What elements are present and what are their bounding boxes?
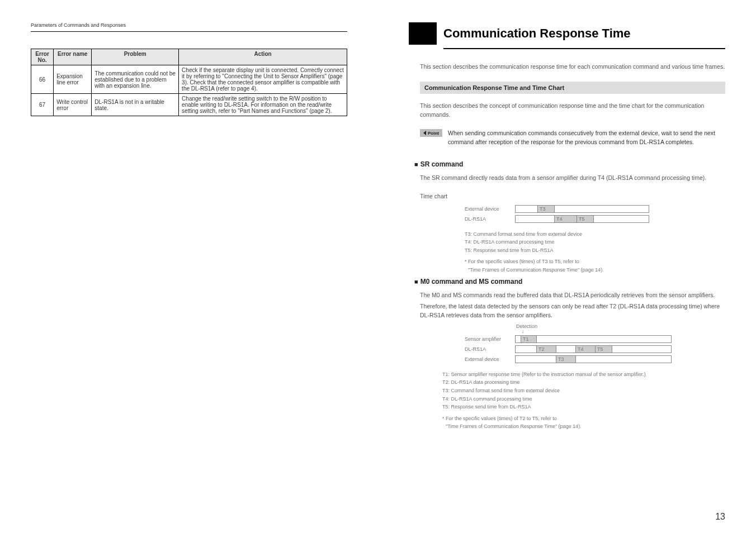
t4-seg: T4 bbox=[576, 346, 596, 353]
left-header: Parameters of Commands and Responses bbox=[31, 22, 347, 28]
detection-label: Detection bbox=[516, 323, 725, 329]
m0-text1: The M0 and MS commands read the buffered… bbox=[420, 291, 725, 300]
cell-error-name: Expansion line error bbox=[54, 65, 92, 94]
m0-row3-label: External device bbox=[465, 356, 515, 362]
m0-note: T2: DL-RS1A data processing time bbox=[442, 379, 725, 386]
table-row: 67 Write control error DL-RS1A is not in… bbox=[31, 94, 347, 116]
page-number: 13 bbox=[715, 512, 725, 522]
section1-text: This section describes the concept of co… bbox=[420, 102, 725, 120]
table-row: 66 Expansion line error The communicatio… bbox=[31, 65, 347, 94]
point-text: When sending communication commands cons… bbox=[448, 129, 725, 147]
th-action: Action bbox=[179, 49, 347, 65]
heading-rule bbox=[443, 48, 725, 49]
m0-row2-label: DL-RS1A bbox=[465, 346, 515, 352]
t2-seg: T2 bbox=[537, 346, 556, 353]
m0-text2: Therefore, the latest data detected by t… bbox=[420, 302, 725, 320]
t3-seg: T3 bbox=[538, 206, 555, 212]
sr-footnote-line: "Time Frames of Communication Response T… bbox=[465, 266, 725, 274]
sr-notes: T3: Command format send time from extern… bbox=[465, 231, 725, 254]
m0-footnote-line: * For the specific values (times) of T2 … bbox=[442, 415, 725, 422]
cell-problem: The communication could not be establish… bbox=[92, 65, 179, 94]
m0-footnote-line: "Time Frames of Communication Response T… bbox=[442, 423, 725, 430]
sr-row1-label: External device bbox=[465, 206, 515, 212]
sr-time-chart: External device T3 DL-RS1A T4 T5 bbox=[465, 205, 725, 223]
down-arrow-icon: ↓ bbox=[522, 329, 725, 334]
cell-action: Check if the separate display unit is co… bbox=[179, 65, 347, 94]
cell-error-no: 67 bbox=[31, 94, 54, 116]
left-header-rule bbox=[31, 31, 347, 32]
sr-note: T4: DL-RS1A command processing time bbox=[465, 239, 725, 246]
m0-time-chart: Sensor amplifier T1 DL-RS1A T2 T4 T5 Ext… bbox=[465, 335, 725, 363]
cell-error-name: Write control error bbox=[54, 94, 92, 116]
sr-footnote: * For the specific values (times) of T3 … bbox=[465, 258, 725, 273]
sr-text: The SR command directly reads data from … bbox=[420, 174, 725, 183]
sr-footnote-line: * For the specific values (times) of T3 … bbox=[465, 258, 725, 265]
m0-row1-label: Sensor amplifier bbox=[465, 336, 515, 342]
sr-chart-label: Time chart bbox=[420, 193, 725, 199]
sr-note: T5: Response send time from DL-RS1A bbox=[465, 247, 725, 254]
t1-seg: T1 bbox=[521, 336, 537, 342]
th-problem: Problem bbox=[92, 49, 179, 65]
intro-text: This section describes the communication… bbox=[420, 63, 725, 72]
section-bar: Communication Response Time and Time Cha… bbox=[420, 82, 725, 94]
t3-seg: T3 bbox=[556, 356, 576, 363]
th-error-no: Error No. bbox=[31, 49, 54, 65]
th-error-name: Error name bbox=[54, 49, 92, 65]
m0-note: T5: Response send time from DL-RS1A bbox=[442, 403, 725, 411]
m0-heading: M0 command and MS command bbox=[414, 278, 725, 285]
m0-note: T4: DL-RS1A command processing time bbox=[442, 396, 725, 403]
cell-action: Change the read/write setting switch to … bbox=[179, 94, 347, 116]
sr-heading: SR command bbox=[414, 160, 725, 168]
m0-note: T3: Command format send time from extern… bbox=[442, 387, 725, 394]
m0-footnote: * For the specific values (times) of T2 … bbox=[442, 415, 725, 430]
t5-seg: T5 bbox=[596, 346, 612, 353]
t4-seg: T4 bbox=[555, 216, 577, 222]
sr-note: T3: Command format send time from extern… bbox=[465, 231, 725, 238]
sr-row2-label: DL-RS1A bbox=[465, 216, 515, 222]
t5-seg: T5 bbox=[577, 216, 594, 222]
error-table: Error No. Error name Problem Action 66 E… bbox=[31, 49, 347, 116]
heading-block-icon bbox=[409, 22, 437, 45]
m0-note: T1: Sensor amplifier response time (Refe… bbox=[442, 371, 725, 378]
page-title: Communication Response Time bbox=[443, 26, 631, 41]
cell-error-no: 66 bbox=[31, 65, 54, 94]
m0-notes: T1: Sensor amplifier response time (Refe… bbox=[442, 371, 725, 411]
point-badge: Point bbox=[420, 129, 442, 137]
cell-problem: DL-RS1A is not in a writable state. bbox=[92, 94, 179, 116]
